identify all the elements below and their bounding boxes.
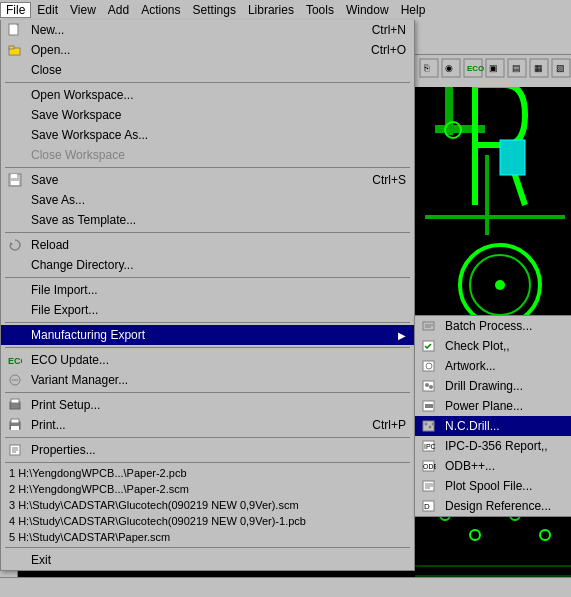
menu-file-export[interactable]: File Export... [1,300,414,320]
menu-save-as[interactable]: Save As... [1,190,414,210]
menu-variant-mgr[interactable]: Variant Manager... [1,370,414,390]
menu-reload[interactable]: Reload [1,235,414,255]
menu-file-import-label: File Import... [31,283,406,297]
menubar-actions[interactable]: Actions [135,2,186,18]
menubar-file[interactable]: File [0,2,31,18]
separator-8 [5,437,410,438]
recent-2-label: 2 H:\YengdongWPCB...\Paper-2.scm [9,483,189,495]
separator-3 [5,232,410,233]
svg-rect-7 [485,155,489,235]
menu-change-dir[interactable]: Change Directory... [1,255,414,275]
menu-save-template[interactable]: Save as Template... [1,210,414,230]
submenu-design-ref[interactable]: D Design Reference... [415,496,571,516]
svg-rect-72 [11,419,19,423]
menu-save-workspace-as[interactable]: Save Workspace As... [1,125,414,145]
svg-text:IPC: IPC [424,443,436,450]
separator-9 [5,462,410,463]
odb-icon: ODB [419,458,439,474]
menu-eco-update[interactable]: ECO ECO Update... [1,350,414,370]
submenu-check-plot[interactable]: Check Plot,, [415,336,571,356]
separator-10 [5,547,410,548]
svg-point-92 [432,423,435,426]
menu-recent-3[interactable]: 3 H:\Study\CADSTAR\Glucotech(090219 NEW … [1,497,414,513]
artwork-label: Artwork... [445,359,496,373]
menu-recent-5[interactable]: 5 H:\Study\CADSTAR\Paper.scm [1,529,414,545]
menu-recent-2[interactable]: 2 H:\YengdongWPCB...\Paper-2.scm [1,481,414,497]
eco-update-icon: ECO [5,352,25,368]
open-icon [5,42,25,58]
svg-rect-89 [423,421,434,431]
save-workspace-icon [5,107,25,123]
menu-variant-mgr-label: Variant Manager... [31,373,406,387]
submenu-plot-spool[interactable]: Plot Spool File... [415,476,571,496]
submenu-batch-process[interactable]: Batch Process... [415,316,571,336]
svg-rect-88 [425,404,433,408]
submenu-drill-drawing[interactable]: Drill Drawing... [415,376,571,396]
menubar-view[interactable]: View [64,2,102,18]
plotspool-icon [419,478,439,494]
separator-7 [5,392,410,393]
menubar-tools[interactable]: Tools [300,2,340,18]
menu-print-label: Print... [31,418,352,432]
print-icon [5,417,25,433]
svg-rect-70 [11,399,19,403]
menu-save-workspace[interactable]: Save Workspace [1,105,414,125]
menu-print[interactable]: Print... Ctrl+P [1,415,414,435]
svg-point-10 [495,280,505,290]
separator-6 [5,347,410,348]
menu-recent-1[interactable]: 1 H:\YengdongWPCB...\Paper-2.pcb [1,465,414,481]
svg-rect-78 [423,322,434,330]
svg-rect-6 [425,215,565,219]
change-dir-icon [5,257,25,273]
batch-icon [419,318,439,334]
recent-1-label: 1 H:\YengdongWPCB...\Paper-2.pcb [9,467,187,479]
menu-open-workspace[interactable]: Open Workspace... [1,85,414,105]
svg-rect-26 [420,59,438,77]
menu-mfg-export[interactable]: Manufacturing Export ▶ [1,325,414,345]
file-menu-dropdown: New... Ctrl+N Open... Ctrl+O Close Open … [0,20,415,571]
menu-properties[interactable]: Properties... [1,440,414,460]
menu-change-dir-label: Change Directory... [31,258,406,272]
menu-exit-label: Exit [31,553,406,567]
odb-label: ODB++... [445,459,495,473]
svg-text:◉: ◉ [445,63,453,73]
svg-marker-65 [10,242,13,246]
menu-close[interactable]: Close [1,60,414,80]
menu-save-workspace-as-label: Save Workspace As... [31,128,406,142]
close-workspace-icon [5,147,25,163]
submenu-nc-drill[interactable]: N.C.Drill... [415,416,571,436]
powerplane-icon [419,398,439,414]
menu-save[interactable]: Save Ctrl+S [1,170,414,190]
design-ref-label: Design Reference... [445,499,551,513]
menubar-window[interactable]: Window [340,2,395,18]
menu-file-import[interactable]: File Import... [1,280,414,300]
menubar-add[interactable]: Add [102,2,135,18]
menubar-edit[interactable]: Edit [31,2,64,18]
menu-new-label: New... [31,23,352,37]
menubar-settings[interactable]: Settings [187,2,242,18]
separator-1 [5,82,410,83]
menu-new[interactable]: New... Ctrl+N [1,20,414,40]
file-export-icon [5,302,25,318]
svg-text:ECO: ECO [467,64,484,73]
svg-rect-22 [415,565,571,567]
menubar-libraries[interactable]: Libraries [242,2,300,18]
save-as-icon [5,192,25,208]
new-icon [5,22,25,38]
menubar-help[interactable]: Help [395,2,432,18]
menu-exit[interactable]: Exit [1,550,414,570]
menu-print-setup[interactable]: Print Setup... [1,395,414,415]
menu-open[interactable]: Open... Ctrl+O [1,40,414,60]
recent-4-label: 4 H:\Study\CADSTAR\Glucotech(090219 NEW … [9,515,306,527]
ipc-icon: IPC [419,438,439,454]
submenu-power-plane[interactable]: Power Plane... [415,396,571,416]
submenu-odb[interactable]: ODB ODB++... [415,456,571,476]
mfg-submenu: Batch Process... Check Plot,, Artwork...… [414,315,571,517]
submenu-artwork[interactable]: Artwork... [415,356,571,376]
submenu-ipc-report[interactable]: IPC IPC-D-356 Report,, [415,436,571,456]
ipc-report-label: IPC-D-356 Report,, [445,439,548,453]
menu-open-shortcut: Ctrl+O [351,43,406,57]
nc-drill-label: N.C.Drill... [445,419,500,433]
menu-recent-4[interactable]: 4 H:\Study\CADSTAR\Glucotech(090219 NEW … [1,513,414,529]
svg-point-86 [429,385,433,389]
